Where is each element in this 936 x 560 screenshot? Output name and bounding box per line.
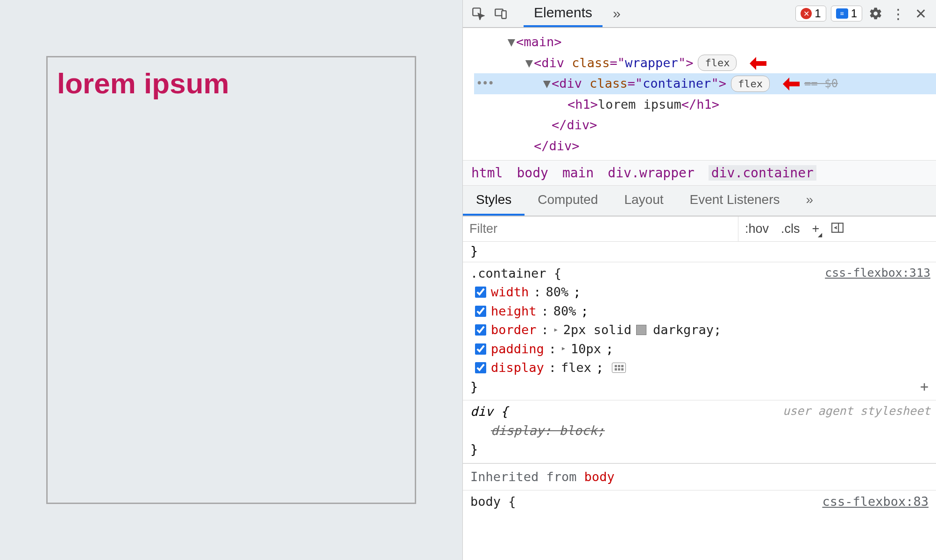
close-icon[interactable]: ✕	[912, 5, 929, 22]
flex-badge[interactable]: flex	[731, 76, 770, 92]
css-property[interactable]: padding	[491, 340, 544, 359]
styles-filter-row: :hov .cls +◢	[463, 217, 936, 242]
css-source-ua: user agent stylesheet	[783, 402, 930, 420]
inherited-from-row: Inherited from body	[463, 463, 936, 491]
css-declaration[interactable]: border: ▸2px solid darkgray;	[470, 321, 929, 340]
tab-styles[interactable]: Styles	[463, 186, 525, 216]
devtools-top-tabs: Elements »	[524, 0, 631, 27]
styles-pane[interactable]: } .container { css-flexbox:313 width: 80…	[463, 242, 936, 560]
tab-computed[interactable]: Computed	[525, 186, 611, 216]
chevron-down-icon[interactable]: ▼	[507, 33, 516, 52]
tree-row-container[interactable]: ••• ▼ <div class="container"> flex == $0	[474, 73, 936, 94]
tab-event-listeners[interactable]: Event Listeners	[677, 186, 793, 216]
device-toggle-icon[interactable]	[492, 5, 510, 22]
css-source-link[interactable]: css-flexbox:83	[822, 492, 929, 511]
add-declaration-button[interactable]: +	[920, 376, 929, 397]
page-container: lorem ipsum	[46, 56, 416, 504]
breadcrumb-item[interactable]: html	[471, 165, 503, 181]
declaration-enable-checkbox[interactable]	[475, 343, 486, 355]
css-source-link[interactable]: css-flexbox:313	[825, 264, 930, 282]
page-heading: lorem ipsum	[57, 67, 229, 493]
css-value[interactable]: 80%	[553, 302, 576, 321]
rendered-page-pane: lorem ipsum	[0, 0, 462, 560]
h1-text: lorem ipsum	[598, 95, 681, 114]
flex-badge[interactable]: flex	[698, 55, 737, 71]
elements-tree[interactable]: ▼ <main> ▼ <div class="wrapper"> flex ••…	[463, 28, 936, 160]
breadcrumb-item[interactable]: body	[517, 165, 548, 181]
inherited-from-selector[interactable]: body	[584, 469, 615, 484]
tree-row-close-container[interactable]: </div>	[474, 115, 936, 136]
css-rule-div-ua[interactable]: div { user agent stylesheet display: blo…	[463, 400, 936, 463]
styles-tabs: Styles Computed Layout Event Listeners »	[463, 186, 936, 217]
css-property[interactable]: width	[491, 283, 529, 302]
chevron-down-icon[interactable]: ▼	[525, 54, 534, 73]
css-property[interactable]: border	[491, 321, 537, 340]
css-value[interactable]: 2px solid	[563, 321, 631, 340]
tree-row-close-wrapper[interactable]: </div>	[474, 136, 936, 157]
css-decl-overridden[interactable]: display: block;	[491, 421, 605, 441]
ellipsis-icon[interactable]: •••	[476, 75, 493, 92]
styles-filter-input[interactable]	[463, 217, 738, 241]
error-count: 1	[815, 7, 821, 20]
chevron-down-icon[interactable]: ▼	[542, 74, 552, 93]
css-rule-close: }	[470, 378, 929, 397]
messages-badge[interactable]: ≡ 1	[831, 6, 862, 21]
h1-open: <h1>	[567, 95, 598, 114]
svg-rect-3	[832, 223, 843, 232]
css-declaration[interactable]: display: flex;	[470, 358, 929, 378]
css-declaration[interactable]: padding: ▸10px;	[470, 340, 929, 359]
div-close: </div>	[534, 137, 580, 156]
declaration-enable-checkbox[interactable]	[475, 287, 486, 298]
div-close: </div>	[552, 116, 597, 135]
css-property[interactable]: display	[491, 358, 544, 378]
kebab-menu-icon[interactable]: ⋮	[889, 5, 907, 22]
h1-close: </h1>	[681, 95, 719, 114]
css-property[interactable]: height	[491, 302, 537, 321]
annotation-arrow-icon	[743, 57, 766, 69]
declaration-enable-checkbox[interactable]	[475, 362, 486, 373]
devtools-top-toolbar: Elements » ✕ 1 ≡ 1 ⋮ ✕	[463, 0, 936, 28]
tree-row-main[interactable]: ▼ <main>	[474, 32, 936, 53]
settings-icon[interactable]	[867, 5, 885, 22]
tree-row-h1[interactable]: <h1>lorem ipsum</h1>	[474, 94, 936, 115]
tab-more-overflow[interactable]: »	[603, 0, 631, 27]
svg-rect-2	[502, 11, 506, 18]
css-rule-container[interactable]: .container { css-flexbox:313 width: 80%;…	[463, 262, 936, 401]
tree-row-wrapper[interactable]: ▼ <div class="wrapper"> flex	[474, 53, 936, 74]
tree-tag-main: <main>	[516, 33, 562, 52]
css-value[interactable]: darkgray;	[653, 321, 721, 340]
breadcrumb-item[interactable]: div.wrapper	[608, 165, 694, 181]
expand-shorthand-icon[interactable]: ▸	[561, 342, 566, 354]
annotation-arrow-icon	[776, 77, 800, 90]
declaration-enable-checkbox[interactable]	[475, 306, 486, 317]
inherited-label: Inherited from	[470, 469, 584, 484]
message-icon: ≡	[836, 8, 848, 19]
computed-sidebar-toggle-icon[interactable]	[831, 222, 844, 236]
message-count: 1	[851, 7, 857, 20]
error-badge[interactable]: ✕ 1	[795, 6, 826, 21]
declaration-enable-checkbox[interactable]	[475, 324, 486, 336]
css-selector[interactable]: body {	[470, 492, 516, 511]
tab-layout[interactable]: Layout	[611, 186, 676, 216]
cls-toggle[interactable]: .cls	[781, 222, 800, 236]
css-value[interactable]: flex	[561, 358, 591, 378]
inspect-element-icon[interactable]	[469, 5, 487, 22]
tab-elements[interactable]: Elements	[524, 0, 603, 27]
new-style-rule-button[interactable]: +◢	[812, 222, 820, 236]
breadcrumb-item[interactable]: main	[562, 165, 594, 181]
breadcrumb-item-active[interactable]: div.container	[709, 165, 816, 181]
css-declaration[interactable]: height: 80%;	[470, 302, 929, 321]
css-value[interactable]: 80%	[546, 283, 569, 302]
css-value[interactable]: 10px	[571, 340, 601, 359]
devtools-panel: Elements » ✕ 1 ≡ 1 ⋮ ✕ ▼ <main> ▼ <div c…	[462, 0, 936, 560]
color-swatch[interactable]	[636, 325, 646, 335]
css-declaration[interactable]: width: 80%;	[470, 283, 929, 302]
expand-shorthand-icon[interactable]: ▸	[553, 323, 559, 336]
tab-more-overflow[interactable]: »	[793, 186, 827, 216]
dollar-zero-indicator: == $0	[804, 75, 838, 92]
error-icon: ✕	[801, 8, 812, 19]
css-rule-body-cut[interactable]: body { css-flexbox:83	[463, 490, 936, 511]
flexbox-editor-icon[interactable]	[612, 363, 626, 373]
page-wrapper: lorem ipsum	[0, 0, 462, 560]
hov-toggle[interactable]: :hov	[745, 222, 769, 236]
